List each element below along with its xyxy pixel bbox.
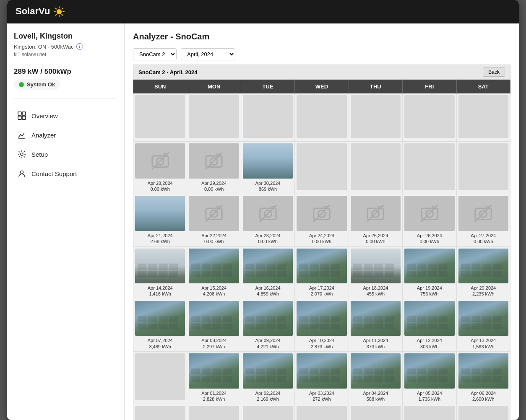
table-row[interactable]: Apr 24,2024 0.00 kWh [295, 194, 349, 246]
svg-rect-112 [492, 271, 502, 277]
svg-rect-187 [256, 368, 265, 374]
table-row[interactable]: Apr 30,2024 869 kWh [241, 142, 294, 194]
svg-rect-79 [310, 263, 318, 269]
table-row[interactable]: Apr 17,2024 2,070 kWh [295, 246, 349, 299]
svg-rect-196 [310, 368, 318, 374]
table-row[interactable]: Apr 22,2024 0.00 kWh [187, 194, 241, 246]
table-row[interactable]: Apr 27,2024 0.00 kWh [456, 194, 510, 246]
sidebar-item-setup[interactable]: Setup [14, 145, 117, 163]
svg-rect-107 [482, 263, 491, 269]
table-row[interactable] [403, 142, 456, 194]
svg-rect-132 [245, 316, 254, 322]
svg-rect-153 [385, 316, 393, 322]
table-row[interactable]: Apr 02,2024 2,169 kWh [241, 352, 294, 404]
svg-rect-67 [223, 271, 232, 277]
svg-rect-72 [277, 263, 286, 269]
table-row[interactable] [133, 404, 187, 420]
chart-icon [17, 130, 26, 140]
svg-rect-211 [385, 376, 393, 382]
svg-rect-136 [245, 324, 254, 329]
svg-rect-137 [256, 324, 265, 329]
info-icon[interactable]: i [76, 43, 83, 50]
sidebar-item-analyzer[interactable]: Analyzer [14, 126, 117, 144]
table-row[interactable]: Apr 18,2024 455 kWh [349, 246, 402, 299]
svg-rect-179 [213, 368, 221, 374]
svg-rect-12 [22, 116, 26, 119]
day-header-sat: SAT [456, 80, 510, 93]
page-title: Analyzer - SnoCam [133, 32, 510, 41]
table-row[interactable] [456, 93, 510, 142]
svg-rect-121 [169, 324, 178, 329]
table-row[interactable] [403, 93, 456, 142]
table-row[interactable]: Apr 06,2024 2,600 kWh [456, 352, 510, 404]
table-row[interactable]: Apr 23,2024 0.00 kWh [241, 194, 294, 246]
sidebar-item-overview[interactable]: Overview [14, 107, 117, 124]
table-row[interactable]: Apr 29,2024 0.00 kWh [187, 142, 241, 194]
table-row[interactable]: Apr 11,2024 373 kWh [349, 299, 402, 351]
table-row[interactable]: Apr 20,2024 2,235 kWh [456, 246, 510, 299]
svg-rect-63 [223, 263, 232, 269]
table-row[interactable] [241, 93, 294, 142]
svg-rect-148 [331, 324, 339, 329]
day-header-thu: THU [349, 80, 402, 93]
table-row[interactable] [187, 404, 241, 420]
back-button[interactable]: Back [483, 67, 505, 77]
svg-rect-188 [266, 368, 275, 374]
svg-rect-19 [163, 154, 166, 156]
day-header-wed: WED [295, 80, 349, 93]
table-row[interactable] [456, 142, 510, 194]
svg-rect-84 [320, 271, 329, 277]
table-row[interactable]: Apr 10,2024 2,873 kWh [295, 299, 349, 351]
table-row[interactable]: Apr 12,2024 803 kWh [403, 299, 456, 351]
svg-rect-123 [191, 316, 200, 322]
svg-rect-225 [492, 368, 502, 374]
table-row[interactable]: Apr 15,2024 4,208 kWh [187, 246, 241, 299]
table-row[interactable] [456, 404, 510, 420]
sidebar-item-contact-support[interactable]: Contact Support [14, 165, 117, 182]
table-row[interactable] [295, 142, 349, 194]
table-row[interactable]: Apr 01,2024 2,828 kWh [187, 352, 241, 404]
table-row[interactable]: Apr 14,2024 1,416 kWh [133, 246, 187, 299]
month-dropdown[interactable]: April, 2024 March, 2024 May, 2024 [181, 48, 235, 60]
svg-rect-126 [223, 316, 232, 322]
svg-rect-223 [471, 368, 481, 374]
logo: SolarVu [16, 6, 65, 18]
table-row[interactable]: Apr 09,2024 4,221 kWh [241, 299, 294, 351]
svg-rect-228 [482, 376, 491, 382]
table-row[interactable]: Apr 04,2024 588 kWh [349, 352, 402, 404]
svg-rect-41 [379, 206, 382, 209]
table-row[interactable] [133, 352, 187, 404]
table-row[interactable] [349, 142, 402, 194]
table-row[interactable]: Apr 21,2024 2.68 kWh [133, 194, 187, 246]
table-row[interactable]: Apr 25,2024 0.00 kWh [349, 194, 402, 246]
table-row[interactable] [133, 93, 187, 142]
svg-rect-99 [438, 263, 447, 269]
table-row[interactable]: Apr 28,2024 0.00 kWh [133, 142, 187, 194]
table-row[interactable]: Apr 07,2024 3,489 kWh [133, 299, 187, 351]
svg-rect-205 [364, 368, 372, 374]
table-row[interactable] [187, 93, 241, 142]
table-row[interactable] [349, 404, 402, 420]
table-row[interactable]: Apr 03,2024 272 kWh [295, 352, 349, 404]
svg-rect-213 [407, 368, 416, 374]
cam-dropdown[interactable]: SnoCam 2 SnoCam 1 [133, 48, 177, 60]
table-row[interactable]: Apr 19,2024 756 kWh [403, 246, 456, 299]
table-row[interactable] [403, 404, 456, 420]
table-row[interactable]: Apr 13,2024 1,563 kWh [456, 299, 510, 351]
svg-rect-208 [353, 376, 362, 382]
table-row[interactable]: Apr 16,2024 4,859 kWh [241, 246, 294, 299]
table-row[interactable] [241, 404, 294, 420]
table-row[interactable] [295, 404, 349, 420]
table-row[interactable] [295, 93, 349, 142]
svg-rect-118 [138, 324, 146, 329]
day-header-fri: FRI [403, 80, 456, 93]
table-row[interactable]: Apr 08,2024 2,297 kWh [187, 299, 241, 351]
table-row[interactable]: Apr 05,2024 1,736 kWh [403, 352, 456, 404]
table-row[interactable]: Apr 26,2024 0.00 kWh [403, 194, 456, 246]
svg-rect-51 [138, 263, 146, 269]
svg-point-0 [57, 9, 62, 14]
svg-rect-178 [202, 368, 211, 374]
svg-rect-159 [407, 316, 416, 322]
sidebar-label-contact-support: Contact Support [31, 170, 77, 177]
table-row[interactable] [349, 93, 402, 142]
